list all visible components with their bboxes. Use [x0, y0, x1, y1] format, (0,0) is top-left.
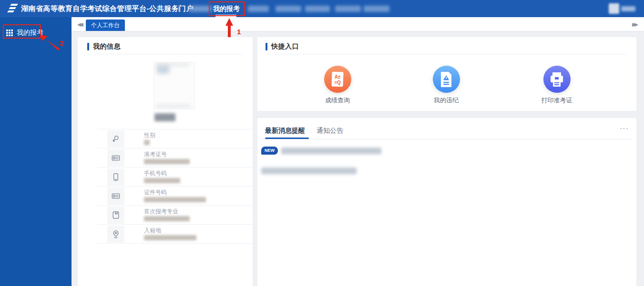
profile-name-redacted: [154, 113, 175, 121]
field-value-redacted: [144, 159, 190, 164]
messages-card: 最新消息提醒 通知公告 ··· NEW: [257, 118, 636, 286]
field-row-phone: 手机号码: [78, 168, 253, 187]
id-card-icon: [107, 187, 124, 205]
sidebar-item-my-registration[interactable]: 我的报考: [0, 27, 72, 39]
violation-icon: [433, 66, 460, 93]
book-icon: [107, 207, 124, 224]
redacted-nav-item[interactable]: [276, 6, 301, 12]
header-title: 湖南省高等教育自学考试综合管理平台-公共服务门户: [21, 0, 194, 17]
redacted-message-text: [281, 148, 381, 154]
redacted-message-text: [261, 168, 357, 174]
field-value-redacted: [144, 197, 206, 202]
field-value-redacted: [144, 140, 150, 145]
field-row-gender: 性别: [78, 129, 253, 148]
header-separator: |: [177, 0, 179, 17]
platform-logo-icon: [7, 3, 18, 14]
grid-icon: [6, 30, 13, 36]
printer-icon: [543, 66, 571, 93]
field-row-registration-place: 入籍地: [78, 225, 253, 244]
app-root: 湖南省高等教育自学考试综合管理平台-公共服务门户 | 我的报考 我的报考 ◀◀: [0, 0, 644, 286]
tab-personal-workspace[interactable]: 个人工作台: [86, 20, 125, 31]
annotation-label-step1: 1: [237, 28, 241, 36]
expand-tabs-icon[interactable]: ▶▶: [632, 20, 636, 29]
redacted-nav-item[interactable]: [335, 6, 361, 12]
message-item[interactable]: [261, 167, 633, 177]
location-icon: [107, 226, 124, 243]
section-accent-bar: [87, 43, 89, 50]
redacted-nav-item[interactable]: [305, 6, 330, 12]
my-info-title: 我的信息: [93, 42, 121, 51]
my-info-card: 我的信息 性别 准考证号: [78, 37, 253, 286]
message-item[interactable]: NEW: [261, 147, 633, 157]
field-value-redacted: [144, 216, 190, 221]
divider: [261, 139, 633, 139]
new-badge: NEW: [261, 147, 278, 155]
quick-link-score-query[interactable]: A± =Q 成绩查询: [309, 66, 366, 105]
my-info-header: 我的信息: [87, 42, 121, 51]
field-row-exam-id: 准考证号: [78, 148, 253, 168]
quick-entry-title: 快捷入口: [271, 42, 299, 51]
quick-entry-header: 快捷入口: [266, 42, 299, 51]
quick-link-print-admission-ticket[interactable]: 打印准考证: [528, 66, 585, 105]
user-avatar[interactable]: [609, 3, 619, 14]
gender-icon: [107, 130, 124, 148]
quick-link-my-violations[interactable]: 我的违纪: [418, 66, 475, 105]
field-value-redacted: [144, 178, 180, 183]
svg-text:=Q: =Q: [334, 80, 341, 85]
redacted-nav-item[interactable]: [364, 6, 389, 12]
left-sidebar: 我的报考: [0, 17, 72, 286]
section-accent-bar: [266, 43, 267, 50]
id-card-icon: [107, 149, 124, 167]
redacted-nav-item[interactable]: [189, 6, 212, 12]
field-row-id-number: 证件号码: [78, 187, 253, 206]
top-header: 湖南省高等教育自学考试综合管理平台-公共服务门户 | 我的报考: [0, 0, 644, 17]
phone-icon: [107, 168, 124, 186]
annotation-label-step2: 2: [60, 39, 63, 47]
user-name-redacted[interactable]: [621, 6, 635, 11]
tab-notices[interactable]: 通知公告: [317, 127, 343, 135]
field-value-redacted: [144, 235, 196, 240]
more-options-icon[interactable]: ···: [620, 125, 629, 132]
svg-text:A±: A±: [335, 74, 341, 79]
score-query-icon: A± =Q: [324, 66, 351, 93]
quick-entry-card: 快捷入口 A± =Q 成绩查询: [257, 37, 636, 111]
redacted-nav-item[interactable]: [248, 6, 269, 12]
profile-photo-redacted: [153, 62, 195, 109]
divider: [267, 54, 627, 54]
sidebar-item-label: 我的报考: [17, 29, 43, 37]
collapse-tabs-icon[interactable]: ◀◀: [77, 20, 82, 29]
tab-latest-messages[interactable]: 最新消息提醒: [265, 127, 305, 135]
field-row-first-major: 首次报考专业: [78, 206, 253, 225]
divider: [87, 54, 243, 54]
tab-bar: ◀◀ 个人工作台 ▶▶: [72, 17, 644, 31]
